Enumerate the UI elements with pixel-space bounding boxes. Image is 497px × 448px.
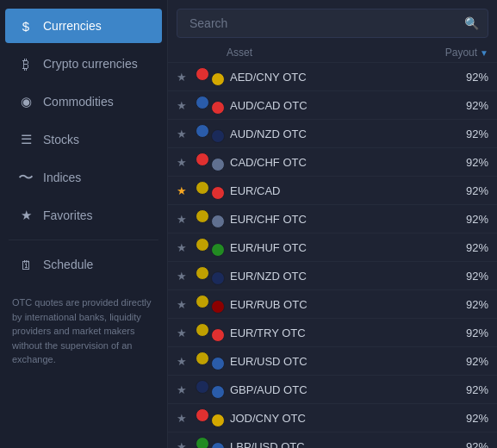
sidebar-item-indices[interactable]: 〜 Indices [5,160,162,195]
flag-bottom [211,215,225,228]
asset-payout: 92% [428,270,488,283]
asset-name: LBP/USD OTC [230,440,428,449]
indices-icon: 〜 [17,169,34,186]
sort-arrow-icon: ▼ [480,48,488,58]
flag-top [196,266,209,280]
flag-top [196,67,209,81]
sidebar-note: OTC quotes are provided directly by inte… [0,287,167,376]
flag-pair [196,152,227,171]
asset-col-header: Asset [227,47,428,59]
star-button[interactable]: ★ [177,270,196,283]
asset-payout: 92% [428,71,488,84]
sidebar-item-currencies[interactable]: $ Currencies [5,9,162,43]
flag-pair [196,209,227,228]
star-button[interactable]: ★ [177,241,196,254]
sidebar-item-favorites-label: Favorites [43,208,93,222]
flag-top [196,209,209,223]
table-row[interactable]: ★ JOD/CNY OTC 92% [168,404,497,432]
star-button[interactable]: ★ [177,99,196,112]
flag-pair [196,352,227,370]
star-button[interactable]: ★ [177,71,196,84]
star-button[interactable]: ★ [177,156,196,169]
asset-payout: 92% [428,355,488,368]
flag-bottom [211,271,225,285]
table-row[interactable]: ★ CAD/CHF OTC 92% [168,148,497,177]
table-header: Asset Payout ▼ [168,43,497,63]
asset-payout: 92% [428,213,488,226]
currencies-icon: $ [17,17,34,34]
star-button[interactable]: ★ [177,298,196,311]
star-button[interactable]: ★ [177,355,196,368]
search-input[interactable] [186,9,464,37]
flag-top [196,380,209,394]
asset-name: AUD/NZD OTC [230,128,428,140]
flag-top [196,96,209,109]
sidebar-item-commodities[interactable]: ◉ Commodities [5,84,162,119]
asset-payout: 92% [428,298,488,311]
star-button[interactable]: ★ [177,440,196,449]
asset-name: AED/CNY OTC [230,71,428,84]
flag-pair [196,181,227,200]
flag-top [196,295,209,308]
table-row[interactable]: ★ AUD/NZD OTC 92% [168,120,497,148]
table-row[interactable]: ★ EUR/CHF OTC 92% [168,205,497,233]
stocks-icon: ☰ [17,131,34,148]
flag-top [196,238,209,252]
asset-name: EUR/NZD OTC [230,270,428,283]
main-panel: 🔍 Asset Payout ▼ ★ AED/CNY OTC 92% ★ AUD… [168,0,497,448]
sidebar-item-cryptocurrencies[interactable]: ₿ Crypto currencies [5,47,162,81]
flag-bottom [211,300,225,314]
flag-top [196,408,209,422]
star-button[interactable]: ★ [177,213,196,226]
flag-top [196,323,209,337]
asset-name: CAD/CHF OTC [230,156,428,169]
asset-name: GBP/AUD OTC [230,383,428,396]
flag-bottom [211,129,225,143]
table-row[interactable]: ★ AED/CNY OTC 92% [168,63,497,91]
flag-pair [196,266,227,285]
star-button[interactable]: ★ [177,383,196,396]
asset-payout: 92% [428,327,488,339]
sidebar-item-favorites[interactable]: ★ Favorites [5,198,162,233]
table-row[interactable]: ★ EUR/RUB OTC 92% [168,290,497,319]
table-row[interactable]: ★ EUR/CAD 92% [168,177,497,205]
table-row[interactable]: ★ GBP/AUD OTC 92% [168,376,497,404]
sidebar-item-currencies-label: Currencies [43,19,102,33]
sidebar-item-commodities-label: Commodities [43,95,114,109]
flag-bottom [211,243,225,257]
table-row[interactable]: ★ LBP/USD OTC 92% [168,432,497,448]
asset-list: ★ AED/CNY OTC 92% ★ AUD/CAD OTC 92% ★ AU… [168,63,497,448]
asset-payout: 92% [428,440,488,449]
flag-top [196,152,209,166]
flag-bottom [211,72,225,86]
flag-top [196,181,209,195]
star-button[interactable]: ★ [177,327,196,339]
asset-payout: 92% [428,383,488,396]
flag-top [196,124,209,138]
table-row[interactable]: ★ EUR/NZD OTC 92% [168,262,497,290]
flag-pair [196,67,227,86]
asset-name: EUR/RUB OTC [230,298,428,311]
crypto-icon: ₿ [17,55,34,72]
asset-name: JOD/CNY OTC [230,412,428,425]
flag-bottom [211,442,225,448]
sidebar-item-indices-label: Indices [43,171,81,184]
asset-payout: 92% [428,128,488,140]
payout-col-header[interactable]: Payout ▼ [428,47,488,59]
table-row[interactable]: ★ EUR/HUF OTC 92% [168,233,497,262]
table-row[interactable]: ★ EUR/USD OTC 92% [168,347,497,376]
table-row[interactable]: ★ EUR/TRY OTC 92% [168,319,497,347]
sidebar-item-stocks[interactable]: ☰ Stocks [5,122,162,157]
flag-bottom [211,357,225,370]
flag-bottom [211,385,225,399]
star-button[interactable]: ★ [177,128,196,140]
flag-pair [196,96,227,115]
sidebar-item-stocks-label: Stocks [43,133,79,146]
flag-pair [196,295,227,314]
search-icon: 🔍 [464,16,479,30]
star-button[interactable]: ★ [177,184,196,197]
flag-pair [196,323,227,342]
sidebar-item-schedule[interactable]: 🗓 Schedule [5,247,162,282]
table-row[interactable]: ★ AUD/CAD OTC 92% [168,91,497,120]
star-button[interactable]: ★ [177,412,196,425]
